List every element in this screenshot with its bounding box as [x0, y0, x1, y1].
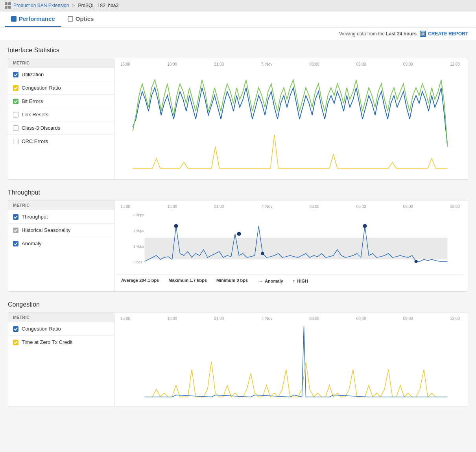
congestion-ratio-2-label: Congestion Ratio	[22, 326, 61, 332]
minimum-label: Minimum	[216, 278, 235, 283]
congestion-metrics: Metric Congestion Ratio Time at Zero Tx …	[8, 312, 114, 406]
breadcrumb-bar: Production SAN Extension > PrdSQL_182_hb…	[0, 0, 476, 11]
congestion-chart-area: 15:00 18:00 21:00 7. Nov 03:00 06:00 09:…	[114, 312, 468, 406]
optics-tab-icon	[68, 16, 73, 22]
metric-throughput[interactable]: Throughput	[8, 210, 114, 224]
class3-discards-checkbox[interactable]	[13, 125, 18, 131]
anomaly-label: Anomaly	[22, 241, 42, 246]
throughput-checkbox[interactable]	[13, 214, 18, 220]
metric-crc-errors[interactable]: CRC Errors	[8, 135, 114, 148]
utilization-checkbox[interactable]	[13, 72, 18, 77]
metric-time-zero-tx[interactable]: Time at Zero Tx Credit	[8, 336, 114, 349]
throughput-label: Throughput	[22, 214, 48, 220]
metric-congestion-ratio[interactable]: Congestion Ratio	[8, 81, 114, 95]
high-legend: ↑ HIGH	[293, 278, 308, 284]
grid-icon	[5, 2, 11, 9]
tab-optics[interactable]: Optics	[61, 11, 100, 27]
crc-errors-checkbox[interactable]	[13, 139, 18, 144]
anomaly-checkbox[interactable]	[13, 241, 18, 246]
svg-point-10	[261, 252, 264, 255]
tabs-bar: Performance Optics	[0, 11, 476, 28]
congestion-ratio-label: Congestion Ratio	[22, 85, 61, 91]
svg-point-9	[237, 232, 241, 236]
create-report-button[interactable]: CREATE REPORT	[420, 31, 468, 37]
throughput-time-axis: 15:00 18:00 21:00 7. Nov 03:00 06:00 09:…	[116, 204, 464, 209]
metric-class3-discards[interactable]: Class-3 Discards	[8, 121, 114, 135]
congestion-ratio-2-checkbox[interactable]	[13, 326, 18, 332]
svg-text:2 kbps: 2 kbps	[134, 229, 144, 233]
create-report-label: CREATE REPORT	[428, 31, 468, 37]
congestion-time-axis: 15:00 18:00 21:00 7. Nov 03:00 06:00 09:…	[116, 316, 464, 321]
metric-anomaly[interactable]: Anomaly	[8, 237, 114, 250]
metric-link-resets[interactable]: Link Resets	[8, 108, 114, 121]
interface-statistics-title: Interface Statistics	[8, 47, 468, 54]
throughput-chart-area: 15:00 18:00 21:00 7. Nov 03:00 06:00 09:…	[114, 200, 468, 291]
tab-optics-label: Optics	[76, 15, 94, 22]
congestion-chart	[116, 322, 464, 401]
anomaly-legend: → Anomaly	[257, 278, 283, 284]
throughput-maximum: Maximum 1.7 kbps	[168, 278, 207, 284]
breadcrumb-current: PrdSQL_182_hba3	[78, 3, 118, 8]
interface-metrics-header: Metric	[8, 58, 114, 68]
maximum-value: 1.7 kbps	[190, 278, 207, 283]
svg-rect-0	[421, 32, 424, 35]
bit-errors-checkbox[interactable]	[13, 99, 18, 104]
svg-point-12	[415, 260, 418, 263]
throughput-panel: Metric Throughput Historical Seasonality…	[8, 200, 468, 292]
content-header: Viewing data from the Last 24 hours CREA…	[0, 28, 476, 40]
svg-text:0 bps: 0 bps	[134, 260, 143, 264]
link-resets-label: Link Resets	[22, 112, 48, 118]
svg-point-11	[363, 224, 367, 228]
historical-seasonality-label: Historical Seasonality	[22, 227, 70, 233]
tab-performance[interactable]: Performance	[5, 11, 61, 27]
svg-text:3 kbps: 3 kbps	[134, 213, 144, 217]
congestion-metrics-header: Metric	[8, 312, 114, 322]
crc-errors-label: CRC Errors	[22, 138, 48, 144]
metric-historical-seasonality[interactable]: Historical Seasonality	[8, 224, 114, 237]
metric-utilization[interactable]: Utilization	[8, 68, 114, 81]
throughput-metrics-header: Metric	[8, 200, 114, 210]
congestion-title: Congestion	[8, 301, 468, 308]
breadcrumb-separator: >	[72, 3, 75, 8]
bit-errors-label: Bit Errors	[22, 98, 43, 104]
throughput-average: Average 204.1 bps	[121, 278, 159, 284]
congestion-ratio-checkbox[interactable]	[13, 85, 18, 91]
congestion-panel: Metric Congestion Ratio Time at Zero Tx …	[8, 312, 468, 406]
class3-discards-label: Class-3 Discards	[22, 125, 60, 131]
minimum-value: 0 bps	[236, 278, 248, 283]
average-value: 204.1 bps	[139, 278, 159, 283]
throughput-metrics: Metric Throughput Historical Seasonality…	[8, 200, 114, 291]
throughput-title: Throughput	[8, 189, 468, 196]
high-legend-label: HIGH	[297, 279, 308, 283]
interface-statistics-chart-area: 15:00 18:00 21:00 7. Nov 03:00 06:00 09:…	[114, 58, 468, 179]
metric-bit-errors[interactable]: Bit Errors	[8, 95, 114, 108]
average-label: Average	[121, 278, 138, 283]
time-zero-tx-label: Time at Zero Tx Credit	[22, 339, 72, 345]
main-content: Interface Statistics Metric Utilization …	[0, 40, 476, 422]
interface-statistics-chart	[116, 68, 464, 174]
anomaly-legend-label: Anomaly	[265, 279, 283, 283]
report-icon	[420, 31, 426, 37]
svg-point-8	[174, 224, 178, 228]
tab-performance-label: Performance	[19, 15, 55, 22]
svg-text:1 kbps: 1 kbps	[134, 244, 144, 248]
interface-statistics-panel: Metric Utilization Congestion Ratio Bit …	[8, 58, 468, 180]
interface-time-axis: 15:00 18:00 21:00 7. Nov 03:00 06:00 09:…	[116, 62, 464, 66]
viewing-text: Viewing data from the Last 24 hours	[339, 31, 417, 37]
time-range: Last 24 hours	[386, 31, 417, 37]
time-zero-tx-checkbox[interactable]	[13, 340, 18, 345]
utilization-label: Utilization	[22, 72, 44, 77]
interface-statistics-metrics: Metric Utilization Congestion Ratio Bit …	[8, 58, 114, 179]
historical-seasonality-checkbox[interactable]	[13, 228, 18, 233]
performance-tab-icon	[11, 16, 17, 22]
metric-congestion-ratio-2[interactable]: Congestion Ratio	[8, 322, 114, 336]
maximum-label: Maximum	[168, 278, 188, 283]
throughput-chart: 3 kbps 2 kbps 1 kbps 0 bps	[116, 210, 464, 273]
link-resets-checkbox[interactable]	[13, 112, 18, 118]
throughput-stats-row: Average 204.1 bps Maximum 1.7 kbps Minim…	[116, 274, 464, 287]
throughput-minimum: Minimum 0 bps	[216, 278, 248, 284]
breadcrumb-parent[interactable]: Production SAN Extension	[13, 3, 69, 8]
